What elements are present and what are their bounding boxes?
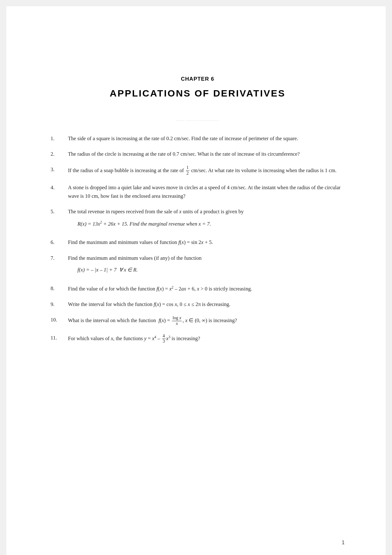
page-number: 1 (342, 540, 345, 546)
chapter-label: CHAPTER 6 (51, 76, 345, 82)
question-content: Find the maximum and minimum values of f… (68, 238, 345, 246)
question-content: The radius of the circle is increasing a… (68, 150, 345, 158)
page: CHAPTER 6 APPLICATIONS OF DERIVATIVES ..… (6, 6, 386, 555)
question-number: 2. (51, 150, 68, 158)
question-number: 3. (51, 165, 68, 176)
question-content: A stone is dropped into a quiet lake and… (68, 183, 345, 200)
question-text: Find the value of a for which the functi… (68, 286, 252, 292)
question-text: If the radius of a soap bubble is increa… (68, 167, 336, 173)
question-text: Find the maximum and minimum values of f… (68, 239, 213, 245)
question-number: 11. (51, 334, 68, 345)
question-content: Find the value of a for which the functi… (68, 284, 345, 293)
question-content: If the radius of a soap bubble is increa… (68, 165, 345, 176)
question-content: The side of a square is increasing at th… (68, 134, 345, 143)
list-item: 6. Find the maximum and minimum values o… (51, 238, 345, 246)
list-item: 3. If the radius of a soap bubble is inc… (51, 165, 345, 176)
list-item: 7. Find the maximum and minimum values (… (51, 254, 345, 277)
question-text-before: The total revenue in rupees received fro… (68, 207, 345, 216)
question-number: 8. (51, 284, 68, 293)
question-content: What is the interval on which the functi… (68, 315, 345, 327)
list-item: 5. The total revenue in rupees received … (51, 207, 345, 231)
divider: ...... ...................... (51, 118, 345, 122)
list-item: 10. What is the interval on which the fu… (51, 315, 345, 327)
questions-list: 1. The side of a square is increasing at… (51, 134, 345, 344)
question-content: Find the maximum and minimum values (if … (68, 254, 345, 277)
list-item: 11. For which values of x, the functions… (51, 334, 345, 345)
question-number: 5. (51, 207, 68, 231)
question-text: What is the interval on which the functi… (68, 317, 237, 323)
list-item: 9. Write the interval for which the func… (51, 300, 345, 309)
question-text: A stone is dropped into a quiet lake and… (68, 184, 340, 199)
question-number: 7. (51, 254, 68, 277)
list-item: 1. The side of a square is increasing at… (51, 134, 345, 143)
chapter-title: APPLICATIONS OF DERIVATIVES (51, 88, 345, 99)
question-number: 4. (51, 183, 68, 200)
list-item: 8. Find the value of a for which the fun… (51, 284, 345, 293)
question-math: f(x) = – |x – 1| + 7 ∀ x ∈ R. (77, 265, 345, 274)
question-text: The side of a square is increasing at th… (68, 135, 298, 141)
question-number: 10. (51, 315, 68, 327)
list-item: 4. A stone is dropped into a quiet lake … (51, 183, 345, 200)
question-content: Write the interval for which the functio… (68, 300, 345, 309)
question-number: 6. (51, 238, 68, 246)
question-content: The total revenue in rupees received fro… (68, 207, 345, 231)
question-number: 9. (51, 300, 68, 309)
question-text: Write the interval for which the functio… (68, 301, 230, 307)
question-text: The radius of the circle is increasing a… (68, 151, 300, 157)
question-number: 1. (51, 134, 68, 143)
list-item: 2. The radius of the circle is increasin… (51, 150, 345, 158)
question-content: For which values of x, the functions y =… (68, 334, 345, 345)
question-text: For which values of x, the functions y =… (68, 335, 200, 341)
question-text-before: Find the maximum and minimum values (if … (68, 254, 345, 262)
question-math: R(x) = 13x2 + 26x + 15. Find the margina… (77, 219, 345, 228)
